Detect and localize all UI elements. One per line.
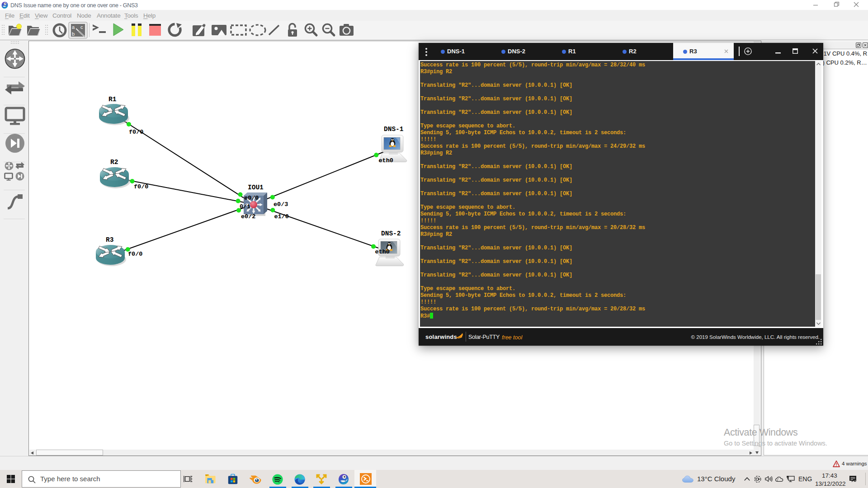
svg-text:f0/0: f0/0 [134, 183, 148, 190]
svg-text:IOU1: IOU1 [248, 184, 264, 191]
svg-text:eth0: eth0 [375, 249, 390, 255]
svg-text:e0/2: e0/2 [241, 213, 255, 220]
svg-text:0/1: 0/1 [240, 203, 250, 210]
svg-text:f0/0: f0/0 [129, 129, 143, 136]
svg-text:R1: R1 [108, 96, 117, 103]
svg-text:f0/0: f0/0 [128, 251, 142, 258]
svg-text:e1/0: e1/0 [274, 213, 289, 220]
svg-text:R3: R3 [106, 236, 113, 244]
svg-text:DNS-1: DNS-1 [384, 126, 404, 133]
svg-text:e0/0: e0/0 [244, 195, 259, 202]
svg-text:eth0: eth0 [379, 157, 393, 164]
svg-text:e0/3: e0/3 [274, 201, 288, 208]
svg-text:DNS-2: DNS-2 [381, 230, 401, 237]
svg-text:R2: R2 [110, 159, 118, 166]
